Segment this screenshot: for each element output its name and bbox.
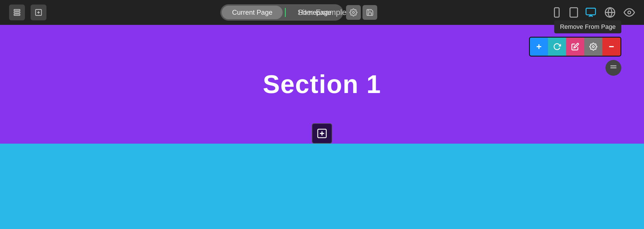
topbar-right bbox=[551, 7, 635, 18]
save-button[interactable] bbox=[362, 5, 377, 20]
page-content: Section 1 Remove From Page bbox=[0, 25, 644, 229]
add-element-button[interactable] bbox=[31, 5, 46, 20]
desktop-icon[interactable] bbox=[585, 7, 596, 18]
toolbar-add-btn[interactable] bbox=[530, 38, 548, 56]
current-page-tab[interactable]: Current Page bbox=[222, 6, 283, 19]
publish-icon[interactable] bbox=[604, 7, 616, 18]
site-title: Site: Example bbox=[298, 0, 347, 25]
svg-point-18 bbox=[592, 46, 594, 48]
toolbar-collapse-btn[interactable] bbox=[605, 60, 621, 76]
topbar-left bbox=[9, 5, 46, 20]
toolbar-settings-btn[interactable] bbox=[584, 38, 602, 56]
toolbar-edit-btn[interactable] bbox=[566, 38, 584, 56]
svg-rect-1 bbox=[14, 12, 20, 13]
pages-button[interactable] bbox=[9, 5, 25, 20]
settings-button[interactable] bbox=[346, 5, 361, 20]
section-1-title: Section 1 bbox=[263, 70, 381, 99]
preview-icon[interactable] bbox=[624, 7, 635, 18]
toolbar-row bbox=[529, 37, 621, 57]
svg-rect-11 bbox=[586, 8, 595, 15]
toolbar-remove-btn[interactable] bbox=[602, 38, 620, 56]
tooltip-remove: Remove From Page bbox=[554, 20, 621, 33]
add-section-button[interactable] bbox=[312, 123, 332, 144]
svg-rect-7 bbox=[555, 8, 559, 17]
floating-toolbar: Remove From Page bbox=[529, 20, 621, 76]
svg-rect-0 bbox=[14, 10, 20, 11]
svg-point-15 bbox=[628, 11, 631, 14]
svg-rect-2 bbox=[14, 14, 20, 16]
device-icons bbox=[551, 7, 596, 18]
svg-point-6 bbox=[352, 12, 354, 14]
phone-icon[interactable] bbox=[551, 7, 562, 18]
toolbar-refresh-btn[interactable] bbox=[548, 38, 566, 56]
svg-rect-9 bbox=[570, 8, 578, 17]
tablet-icon[interactable] bbox=[568, 7, 579, 18]
nav-divider bbox=[285, 8, 286, 17]
section-2 bbox=[0, 144, 644, 229]
